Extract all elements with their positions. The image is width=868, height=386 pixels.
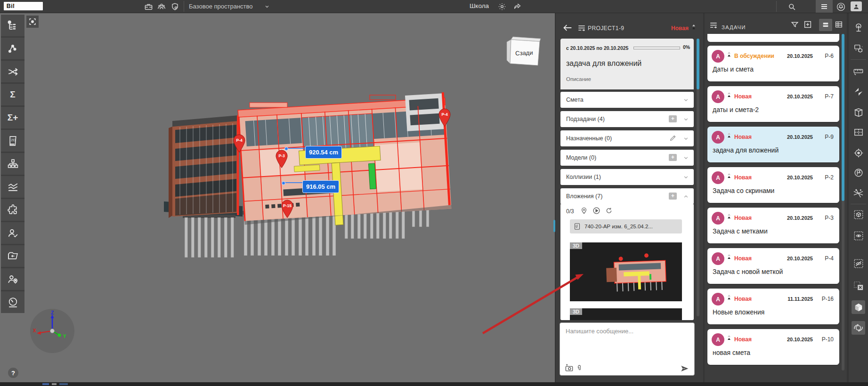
measurement-label[interactable]: 916.05 cm — [302, 180, 339, 193]
tree-icon[interactable] — [852, 20, 865, 34]
task-card[interactable]: A Новая 20.10.2025 P-10 новая смета — [707, 329, 839, 365]
viewport-pin[interactable]: P-15 — [280, 200, 294, 218]
chevron-down-icon[interactable] — [262, 1, 272, 12]
tasks-scrollbar[interactable] — [842, 34, 844, 201]
add-icon[interactable]: + — [669, 193, 677, 200]
org-chart-icon[interactable] — [1, 153, 24, 175]
task-card[interactable]: A Новая 20.10.2025 P-2 Задача со скринам… — [707, 167, 839, 203]
priority-icon[interactable] — [728, 173, 730, 178]
section-row[interactable]: Смета + — [560, 92, 694, 108]
sheet-2d-icon[interactable]: 2D — [1, 130, 24, 152]
priority-icon[interactable] — [728, 133, 730, 137]
sum-icon[interactable]: Σ — [1, 84, 24, 105]
table-view-icon[interactable] — [835, 20, 843, 29]
notifications-icon[interactable] — [836, 1, 846, 12]
gear-icon[interactable] — [497, 1, 507, 12]
export-folder-icon[interactable] — [1, 245, 24, 267]
edit-pencil-icon[interactable] — [669, 134, 677, 142]
dashboard-gauge-icon[interactable] — [1, 291, 24, 313]
chevron-down-icon[interactable] — [683, 193, 689, 200]
task-card[interactable]: A Новая 20.10.2025 P-4 Задача с новой ме… — [707, 248, 839, 284]
model-tree-icon[interactable] — [1, 15, 24, 36]
layered-select-icon[interactable] — [852, 41, 865, 55]
hide-eye-icon[interactable] — [852, 257, 865, 270]
task-card[interactable]: A В обсуждении 20.10.2025 P-6 Даты и сме… — [707, 46, 839, 81]
section-plane-icon[interactable] — [852, 85, 865, 98]
priority-icon[interactable] — [728, 52, 730, 56]
filter-icon[interactable] — [791, 21, 799, 29]
chevron-down-icon[interactable] — [683, 97, 689, 103]
section-row[interactable]: Вложения (7) + — [560, 188, 694, 204]
chevron-down-icon[interactable] — [683, 116, 689, 122]
attachment-thumbnail-3d[interactable]: 3D — [570, 242, 682, 301]
orbit-view-icon[interactable] — [852, 321, 865, 335]
section-box-icon[interactable] — [852, 105, 865, 119]
message-composer[interactable]: Напишите сообщение... — [560, 322, 695, 376]
grid-axes-icon[interactable] — [852, 186, 865, 200]
location-pin-icon[interactable] — [580, 207, 588, 215]
solid-view-icon[interactable] — [852, 300, 865, 314]
list-arrow-icon[interactable] — [577, 24, 586, 32]
user-location-icon[interactable] — [1, 268, 24, 290]
viewport-pin[interactable]: P-3 — [275, 150, 289, 169]
add-icon[interactable]: + — [669, 115, 677, 122]
attach-icon[interactable] — [576, 364, 583, 372]
priority-icon[interactable] — [728, 92, 730, 97]
axes-gizmo[interactable]: Z X Y — [30, 309, 74, 353]
flag-marker-icon[interactable] — [852, 166, 865, 179]
measure-ruler-icon[interactable] — [852, 64, 865, 78]
charts-icon[interactable] — [1, 176, 24, 198]
floor-plan-icon[interactable] — [852, 125, 865, 139]
list-view-icon[interactable] — [819, 19, 832, 31]
task-card[interactable]: A Новая 20.10.2025 P-7 даты и смета-2 — [707, 86, 839, 122]
task-card[interactable]: A Новая 11.11.2025 P-16 Новые вложения — [707, 289, 839, 324]
message-input[interactable]: Напишите сообщение... — [566, 328, 633, 335]
briefcase-icon[interactable] — [143, 1, 154, 12]
refresh-icon[interactable] — [605, 207, 613, 215]
priority-icon[interactable] — [728, 335, 730, 340]
search-icon[interactable] — [787, 1, 797, 12]
chevron-down-icon[interactable] — [683, 136, 689, 142]
plugins-icon[interactable] — [1, 199, 24, 221]
sum-add-icon[interactable]: Σ+ — [1, 107, 24, 129]
play-icon[interactable] — [592, 207, 600, 215]
priority-icon[interactable] — [728, 214, 730, 218]
add-task-icon[interactable] — [803, 20, 812, 29]
measure-nodes-icon[interactable] — [1, 38, 24, 59]
camera-add-icon[interactable] — [565, 363, 574, 372]
user-approve-icon[interactable] — [1, 222, 24, 244]
building-model-3d[interactable] — [155, 75, 476, 278]
clear-selection-icon[interactable] — [852, 279, 865, 292]
show-eye-icon[interactable] — [852, 229, 865, 242]
measurement-label[interactable]: 920.54 cm — [305, 146, 342, 159]
share-icon[interactable] — [512, 1, 522, 12]
chevron-down-icon[interactable] — [683, 174, 689, 180]
section-row[interactable]: Коллизии (1) + — [560, 169, 694, 185]
select-cube-icon[interactable] — [852, 208, 865, 221]
workspace-selector[interactable]: Базовое пространство — [189, 3, 253, 10]
attachment-thumbnail-3d[interactable]: 3D — [570, 308, 682, 320]
team-icon[interactable] — [156, 1, 167, 12]
focus-model-icon[interactable] — [26, 16, 39, 28]
section-row[interactable]: Назначенные (0) + — [560, 130, 694, 146]
list-arrow-icon[interactable] — [709, 22, 718, 29]
clash-shuffle-icon[interactable] — [1, 61, 24, 82]
task-card[interactable]: A Новая 20.10.2025 P-9 задача для вложен… — [707, 127, 839, 162]
add-icon[interactable]: + — [669, 154, 677, 161]
section-row[interactable]: Модели (0) + — [560, 150, 694, 166]
viewport-pin[interactable]: P-4 — [438, 108, 452, 127]
panel-scrollbar[interactable] — [697, 39, 699, 89]
priority-icon[interactable] — [728, 295, 730, 299]
section-row[interactable]: Подзадачи (4) + — [560, 111, 694, 127]
priority-icon[interactable] — [728, 254, 730, 259]
priority-icon[interactable] — [692, 24, 695, 29]
task-list-icon[interactable] — [816, 0, 833, 13]
back-icon[interactable] — [563, 24, 572, 32]
send-icon[interactable] — [680, 365, 690, 372]
locate-target-icon[interactable] — [852, 146, 865, 160]
view-cube[interactable]: Сзади — [503, 36, 542, 68]
account-icon[interactable] — [851, 1, 862, 11]
task-card[interactable]: A Новая 20.10.2025 P-3 Задача с метками — [707, 208, 839, 243]
attachment-file-chip[interactable]: 740-20-АР изм. 6_25.04.2... — [570, 219, 682, 233]
chevron-down-icon[interactable] — [683, 155, 689, 161]
